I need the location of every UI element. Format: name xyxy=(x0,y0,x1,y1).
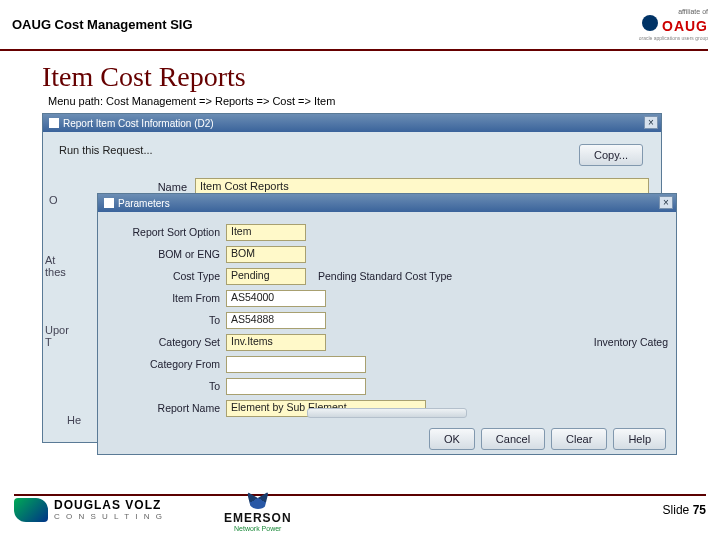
window-icon xyxy=(49,118,59,128)
catfrom-label: Category From xyxy=(106,358,226,370)
menu-path: Menu path: Cost Management => Reports =>… xyxy=(0,95,720,113)
catto-field[interactable] xyxy=(226,378,366,395)
sort-field[interactable]: Item xyxy=(226,224,306,241)
footer: DOUGLAS VOLZC O N S U L T I N G EMERSON … xyxy=(0,487,720,532)
ok-button[interactable]: OK xyxy=(429,428,475,450)
cancel-button[interactable]: Cancel xyxy=(481,428,545,450)
itemfrom-label: Item From xyxy=(106,292,226,304)
button-bar: OK Cancel Clear Help xyxy=(98,424,676,454)
slide-number: Slide 75 xyxy=(663,503,706,517)
emerson-name: EMERSON xyxy=(224,511,292,525)
window-title-text: Parameters xyxy=(118,198,170,209)
page-title: Item Cost Reports xyxy=(0,51,720,95)
oaug-subtitle: oracle applications users group xyxy=(639,35,708,41)
sig-title: OAUG Cost Management SIG xyxy=(12,17,193,32)
copy-button[interactable]: Copy... xyxy=(579,144,643,166)
itemfrom-field[interactable]: AS54000 xyxy=(226,290,326,307)
window-title-text: Report Item Cost Information (D2) xyxy=(63,118,214,129)
flex-field[interactable] xyxy=(226,422,426,423)
window-titlebar[interactable]: Report Item Cost Information (D2) × xyxy=(43,114,661,132)
truncated-text: O xyxy=(49,194,58,206)
catset-label: Category Set xyxy=(106,336,226,348)
close-icon[interactable]: × xyxy=(644,116,658,129)
dv-name: DOUGLAS VOLZ xyxy=(54,498,161,512)
window-icon xyxy=(104,198,114,208)
costtype-field[interactable]: Pending xyxy=(226,268,306,285)
help-button[interactable]: Help xyxy=(613,428,666,450)
dv-icon xyxy=(14,498,48,522)
emerson-logo: EMERSON Network Power xyxy=(224,487,292,532)
affiliate-label: affiliate of xyxy=(639,8,708,15)
emerson-sub: Network Power xyxy=(224,525,292,532)
window-titlebar[interactable]: Parameters × xyxy=(98,194,676,212)
douglas-volz-logo: DOUGLAS VOLZC O N S U L T I N G xyxy=(14,498,164,522)
costtype-label: Cost Type xyxy=(106,270,226,282)
oaug-icon xyxy=(642,15,658,31)
name-label: Name xyxy=(55,181,195,193)
bom-label: BOM or ENG xyxy=(106,248,226,260)
truncated-text: Upor T xyxy=(45,324,69,348)
catto-label: To xyxy=(106,380,226,392)
clear-button[interactable]: Clear xyxy=(551,428,607,450)
oaug-logo: affiliate of OAUG oracle applications us… xyxy=(639,8,708,41)
costtype-desc: Pending Standard Cost Type xyxy=(318,270,452,282)
catfrom-field[interactable] xyxy=(226,356,366,373)
dv-sub: C O N S U L T I N G xyxy=(54,512,164,521)
catset-field[interactable]: Inv.Items xyxy=(226,334,326,351)
close-icon[interactable]: × xyxy=(659,196,673,209)
itemto-field[interactable]: AS54888 xyxy=(226,312,326,329)
catset-desc: Inventory Categ xyxy=(338,336,668,348)
reportname-label: Report Name xyxy=(106,402,226,414)
section-label: Run this Request... xyxy=(59,144,153,156)
bom-field[interactable]: BOM xyxy=(226,246,306,263)
scrollbar[interactable] xyxy=(307,408,467,418)
parameters-window: Parameters × Report Sort OptionItem BOM … xyxy=(97,193,677,455)
truncated-text: At thes xyxy=(45,254,66,278)
sort-label: Report Sort Option xyxy=(106,226,226,238)
screenshot-area: Report Item Cost Information (D2) × Run … xyxy=(42,113,700,453)
oaug-brand: OAUG xyxy=(662,18,708,34)
itemto-label: To xyxy=(106,314,226,326)
truncated-text: He xyxy=(67,414,81,426)
emerson-icon xyxy=(247,487,269,509)
